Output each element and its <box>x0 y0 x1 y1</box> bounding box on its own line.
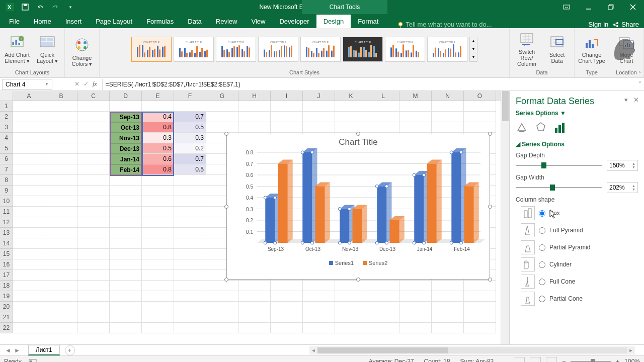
chart-style-1[interactable]: CHART TITLE <box>131 37 172 62</box>
cell[interactable] <box>367 112 399 122</box>
cell[interactable] <box>142 196 174 207</box>
cell[interactable] <box>77 101 110 112</box>
cell[interactable] <box>13 196 45 207</box>
column-shape-cylinder[interactable]: Cylinder <box>521 257 638 272</box>
column-header[interactable]: L <box>367 91 399 101</box>
cell[interactable] <box>303 291 335 302</box>
column-header[interactable]: G <box>206 91 238 101</box>
cell[interactable] <box>432 101 464 112</box>
cell[interactable] <box>77 259 110 270</box>
chart-plot-area[interactable]: 0.10.20.30.40.50.60.70.8Sep-13Oct-13Nov-… <box>227 147 491 258</box>
cell[interactable] <box>110 291 142 302</box>
cell[interactable] <box>45 133 77 143</box>
row-header[interactable]: 15 <box>0 249 13 259</box>
cell[interactable] <box>13 112 45 122</box>
cell[interactable]: 0.5 <box>174 122 206 133</box>
cell[interactable] <box>238 312 271 323</box>
macro-recording-icon[interactable] <box>29 358 37 363</box>
cell[interactable] <box>464 323 496 333</box>
share-button[interactable]: Share <box>612 21 639 28</box>
row-header[interactable]: 4 <box>0 133 13 143</box>
cell[interactable] <box>174 186 206 196</box>
cell[interactable] <box>142 175 174 186</box>
tab-view[interactable]: View <box>244 15 272 28</box>
series-options-icon[interactable] <box>554 122 566 134</box>
tab-file[interactable]: File <box>2 15 27 28</box>
column-shape-partial-pyramid[interactable]: Partial Pyramid <box>521 240 638 254</box>
new-sheet-button[interactable]: + <box>65 345 75 355</box>
cell[interactable] <box>206 312 238 323</box>
page-break-view-button[interactable] <box>546 357 557 363</box>
cell[interactable] <box>45 112 77 122</box>
cell[interactable] <box>13 249 45 259</box>
cell[interactable] <box>13 302 45 312</box>
cell[interactable]: Sep-13 <box>110 112 142 122</box>
cell[interactable] <box>110 281 142 291</box>
cell[interactable] <box>77 207 110 217</box>
cell[interactable] <box>45 228 77 238</box>
cell[interactable] <box>110 312 142 323</box>
cell[interactable] <box>271 101 303 112</box>
cell[interactable] <box>303 122 335 133</box>
cell[interactable] <box>432 122 464 133</box>
cell[interactable] <box>110 196 142 207</box>
cell[interactable] <box>399 101 432 112</box>
cell[interactable] <box>13 228 45 238</box>
minimize-button[interactable] <box>578 0 600 14</box>
cell[interactable] <box>110 249 142 259</box>
cell[interactable] <box>271 302 303 312</box>
cell[interactable] <box>399 323 432 333</box>
worksheet-grid[interactable]: ABCDEFGHIJKLMNO 12Sep-130.40.73Oct-130.8… <box>0 91 501 344</box>
cell[interactable] <box>110 302 142 312</box>
chart-styles-more[interactable]: ▲▼▾ <box>469 37 477 62</box>
cell[interactable] <box>13 164 45 175</box>
cell[interactable] <box>13 186 45 196</box>
cell[interactable] <box>174 323 206 333</box>
cell[interactable] <box>174 249 206 259</box>
cell[interactable] <box>45 259 77 270</box>
normal-view-button[interactable] <box>514 357 525 363</box>
cell[interactable] <box>238 323 271 333</box>
cell[interactable] <box>13 312 45 323</box>
cell[interactable] <box>335 281 367 291</box>
cell[interactable] <box>303 302 335 312</box>
row-header[interactable]: 9 <box>0 186 13 196</box>
cell[interactable] <box>335 112 367 122</box>
cell[interactable] <box>367 302 399 312</box>
cell[interactable] <box>206 302 238 312</box>
chart-style-4[interactable]: CHART TITLE <box>258 37 298 62</box>
cell[interactable] <box>174 228 206 238</box>
taskpane-close-button[interactable]: ▾ ✕ <box>624 96 639 104</box>
cell[interactable] <box>367 122 399 133</box>
column-header[interactable]: D <box>110 91 142 101</box>
cell[interactable] <box>399 302 432 312</box>
row-header[interactable]: 21 <box>0 312 13 323</box>
row-header[interactable]: 16 <box>0 259 13 270</box>
cell[interactable] <box>464 302 496 312</box>
column-shape-full-cone[interactable]: Full Cone <box>521 275 638 289</box>
cell[interactable] <box>238 101 271 112</box>
cell[interactable] <box>77 143 110 154</box>
cell[interactable] <box>13 133 45 143</box>
cell[interactable] <box>238 112 271 122</box>
column-shape-box[interactable]: Box <box>521 206 638 220</box>
cell[interactable]: 0.2 <box>174 143 206 154</box>
cell[interactable] <box>464 281 496 291</box>
cell[interactable] <box>142 207 174 217</box>
chart-legend[interactable]: Series1 Series2 <box>227 260 490 266</box>
cell[interactable] <box>77 133 110 143</box>
cell[interactable]: 0.5 <box>174 164 206 175</box>
sign-in-link[interactable]: Sign in <box>589 21 609 28</box>
cell[interactable] <box>77 112 110 122</box>
fill-line-icon[interactable] <box>516 122 528 134</box>
formula-input[interactable]: =SERIES(,Лист1!$D$2:$D$7,Лист1!$E$2:$E$7… <box>102 79 636 90</box>
cell[interactable] <box>142 228 174 238</box>
cell[interactable] <box>45 175 77 186</box>
row-header[interactable]: 1 <box>0 101 13 112</box>
cell[interactable]: Dec-13 <box>110 143 142 154</box>
enter-formula-button[interactable]: ✓ <box>84 80 89 88</box>
cell[interactable] <box>45 196 77 207</box>
cell[interactable] <box>174 196 206 207</box>
cell[interactable] <box>142 101 174 112</box>
cell[interactable] <box>77 312 110 323</box>
